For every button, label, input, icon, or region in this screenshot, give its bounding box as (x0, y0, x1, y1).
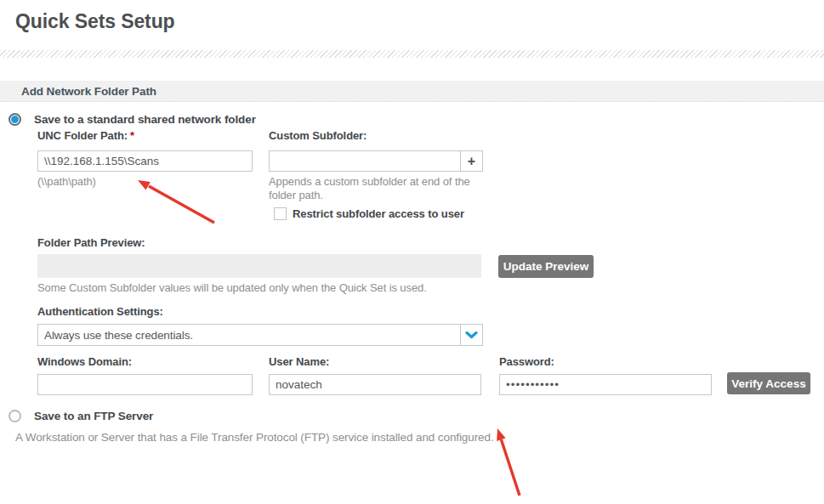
section-header-label: Add Network Folder Path (21, 85, 156, 98)
custom-subfolder-group: + (269, 150, 483, 172)
radio-unselected-icon[interactable] (9, 410, 21, 422)
unc-folder-path-label: UNC Folder Path:* (37, 129, 134, 142)
page-title: Quick Sets Setup (15, 10, 175, 33)
update-preview-button[interactable]: Update Preview (498, 255, 594, 278)
radio-selected-icon[interactable] (9, 113, 21, 126)
password-label: Password: (499, 355, 554, 368)
radio-ftp-server[interactable]: Save to an FTP Server (9, 410, 153, 422)
folder-path-preview-field (37, 254, 481, 278)
windows-domain-input[interactable] (37, 374, 253, 395)
custom-subfolder-label: Custom Subfolder: (269, 129, 367, 142)
radio-standard-network-folder-label: Save to a standard shared network folder (34, 113, 256, 126)
add-subfolder-button[interactable]: + (460, 151, 482, 171)
unc-path-hint: (\\path\path) (37, 175, 96, 189)
radio-ftp-server-label: Save to an FTP Server (34, 410, 153, 422)
authentication-selected-value: Always use these credentials. (38, 325, 460, 345)
password-input[interactable] (499, 374, 712, 395)
custom-subfolder-input[interactable] (270, 151, 460, 171)
hatched-divider (0, 50, 824, 58)
folder-path-preview-label: Folder Path Preview: (37, 236, 145, 249)
annotation-arrow-unc-path (138, 180, 214, 223)
section-header-bar: Add Network Folder Path (0, 81, 824, 102)
authentication-settings-select[interactable]: Always use these credentials. (37, 324, 483, 346)
authentication-settings-label: Authentication Settings: (37, 305, 163, 318)
ftp-description: A Workstation or Server that has a File … (15, 431, 628, 445)
plus-icon: + (468, 154, 475, 169)
custom-subfolder-hint: Appends a custom subfolder at end of the… (269, 175, 483, 202)
preview-note: Some Custom Subfolder values will be upd… (37, 281, 548, 295)
radio-standard-network-folder[interactable]: Save to a standard shared network folder (9, 113, 256, 126)
unc-folder-path-input[interactable] (37, 150, 253, 172)
verify-access-button[interactable]: Verify Access (727, 372, 810, 394)
restrict-subfolder-label: Restrict subfolder access to user (293, 207, 464, 220)
required-asterisk: * (130, 129, 134, 142)
user-name-input[interactable] (269, 374, 481, 395)
restrict-subfolder-checkbox[interactable] (274, 207, 287, 220)
annotation-arrows (0, 0, 824, 504)
chevron-down-icon[interactable] (460, 325, 482, 345)
quick-sets-setup-page: Quick Sets Setup Add Network Folder Path… (0, 0, 824, 504)
restrict-subfolder-row: Restrict subfolder access to user (274, 207, 464, 220)
user-name-label: User Name: (269, 355, 329, 368)
windows-domain-label: Windows Domain: (37, 355, 132, 368)
